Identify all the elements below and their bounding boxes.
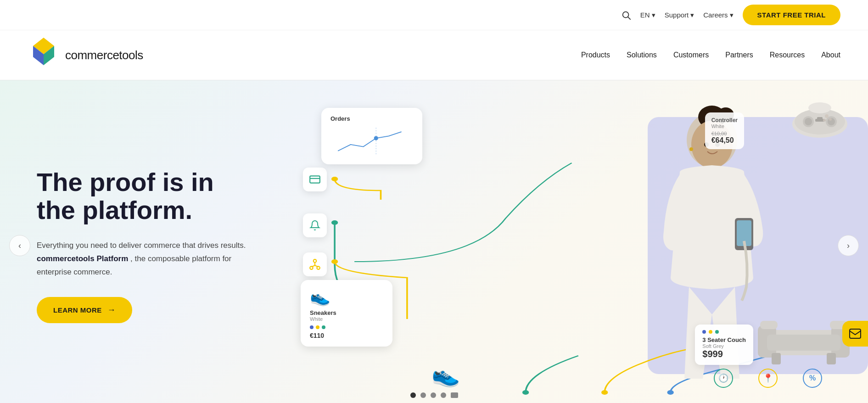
couch-dot-teal — [715, 330, 719, 334]
sneakers-price: €110 — [310, 332, 383, 339]
couch-dot-yellow — [709, 330, 712, 334]
nav-item-partners[interactable]: Partners — [725, 51, 753, 59]
header: EN ▾ Support ▾ Careers ▾ START FREE TRIA… — [0, 0, 868, 80]
svg-point-7 — [331, 259, 338, 264]
logo[interactable]: commercetools — [28, 30, 143, 80]
svg-point-39 — [825, 114, 829, 118]
nav-item-about[interactable]: About — [821, 51, 840, 59]
credit-card-icon — [303, 168, 327, 191]
sneakers-color-dots — [310, 325, 383, 329]
nav-item-products[interactable]: Products — [581, 51, 610, 59]
hero-content: The proof is in the platform. Everything… — [0, 140, 275, 351]
couch-price: $999 — [702, 349, 746, 359]
main-nav: commercetools Products Solutions Custome… — [0, 30, 868, 80]
brand-name: commercetools — [65, 48, 143, 62]
svg-point-8 — [522, 390, 529, 395]
careers-menu[interactable]: Careers ▾ — [703, 11, 733, 19]
clock-icon: 🕐 — [714, 369, 733, 388]
location-icon: 📍 — [758, 369, 778, 388]
svg-rect-48 — [760, 321, 778, 329]
learn-more-button[interactable]: LEARN MORE → — [37, 297, 132, 323]
carousel-dot-4[interactable] — [441, 392, 446, 398]
svg-point-9 — [601, 390, 608, 395]
svg-point-6 — [331, 220, 338, 225]
carousel-dot-1[interactable] — [410, 392, 416, 398]
couch-title: 3 Seater Couch — [702, 336, 746, 343]
email-button[interactable] — [842, 321, 868, 347]
location-icon-item: 📍 — [758, 369, 778, 388]
support-arrow: ▾ — [690, 11, 694, 19]
couch-subtitle: Soft Grey — [702, 343, 746, 349]
nav-links: Products Solutions Customers Partners Re… — [581, 51, 840, 59]
language-label: EN — [640, 11, 650, 19]
svg-point-34 — [805, 118, 812, 125]
svg-point-40 — [829, 118, 832, 121]
svg-rect-47 — [827, 353, 836, 364]
controller-card: Controller White €10,00 €64,50 — [705, 112, 744, 149]
sneakers-card: 👟 Sneakers White €110 — [301, 280, 392, 347]
search-icon[interactable] — [621, 10, 631, 20]
support-menu[interactable]: Support ▾ — [665, 11, 694, 19]
percent-icon-item: % — [803, 369, 822, 388]
carousel-dots — [410, 392, 458, 398]
hero-description: Everything you need to deliver commerce … — [37, 239, 248, 279]
header-top-bar: EN ▾ Support ▾ Careers ▾ START FREE TRIA… — [0, 0, 868, 30]
controller-image — [790, 99, 850, 149]
couch-image — [758, 305, 850, 374]
carousel-dot-2[interactable] — [420, 392, 426, 398]
carousel-prev-button[interactable]: ‹ — [9, 235, 30, 256]
hero-title: The proof is in the platform. — [37, 168, 248, 224]
svg-point-38 — [808, 102, 831, 113]
controller-new-price: €64,50 — [711, 136, 738, 145]
svg-line-17 — [311, 265, 315, 267]
logo-icon — [28, 37, 60, 73]
shoe-bottom-icon: 👟 — [431, 361, 460, 388]
sneakers-dot-yellow — [316, 325, 319, 329]
orders-card: Orders — [321, 108, 422, 164]
nav-item-solutions[interactable]: Solutions — [627, 51, 657, 59]
header-top-actions: EN ▾ Support ▾ Careers ▾ START FREE TRIA… — [621, 5, 840, 25]
sneakers-subtitle: White — [310, 316, 383, 322]
sneakers-emoji: 👟 — [310, 287, 383, 307]
svg-rect-46 — [772, 353, 781, 364]
svg-line-1 — [628, 17, 630, 19]
careers-label: Careers — [703, 11, 728, 19]
clock-icon-item: 🕐 — [714, 369, 733, 388]
start-free-trial-button[interactable]: START FREE TRIAL — [743, 5, 840, 25]
bottom-icons-row: 🕐 📍 % — [714, 369, 822, 388]
language-arrow: ▾ — [652, 11, 655, 19]
nav-item-customers[interactable]: Customers — [673, 51, 709, 59]
carousel-next-icon: › — [847, 241, 850, 251]
percent-icon: % — [803, 369, 822, 388]
couch-color-dots — [702, 330, 746, 334]
hero-desc-bold: commercetools Platform — [37, 254, 128, 263]
learn-more-label: LEARN MORE — [53, 306, 102, 314]
svg-rect-37 — [817, 117, 823, 120]
couch-card: 3 Seater Couch Soft Grey $999 — [695, 325, 753, 365]
learn-more-arrow: → — [107, 305, 116, 315]
bell-icon — [303, 213, 327, 237]
controller-subtitle: White — [711, 123, 738, 129]
nav-item-resources[interactable]: Resources — [770, 51, 805, 59]
svg-point-13 — [314, 259, 317, 263]
careers-arrow: ▾ — [730, 11, 734, 19]
svg-rect-45 — [767, 335, 840, 351]
carousel-dot-3[interactable] — [431, 392, 436, 398]
svg-point-41 — [823, 119, 826, 122]
language-selector[interactable]: EN ▾ — [640, 11, 655, 19]
carousel-prev-icon: ‹ — [18, 241, 21, 251]
svg-line-18 — [315, 265, 319, 267]
svg-point-29 — [689, 147, 693, 151]
network-icon — [303, 252, 327, 276]
sneakers-dot-teal — [322, 325, 325, 329]
carousel-next-button[interactable]: › — [838, 235, 859, 256]
couch-dot-blue — [702, 330, 706, 334]
hero-section: The proof is in the platform. Everything… — [0, 80, 868, 403]
carousel-pause-button[interactable] — [451, 392, 458, 398]
hero-desc-text: Everything you need to deliver commerce … — [37, 241, 246, 250]
svg-rect-50 — [850, 329, 861, 338]
controller-old-price: €10,00 — [711, 131, 738, 136]
hero-visual: Orders — [275, 80, 868, 403]
svg-point-5 — [331, 177, 338, 181]
sneakers-title: Sneakers — [310, 309, 383, 316]
